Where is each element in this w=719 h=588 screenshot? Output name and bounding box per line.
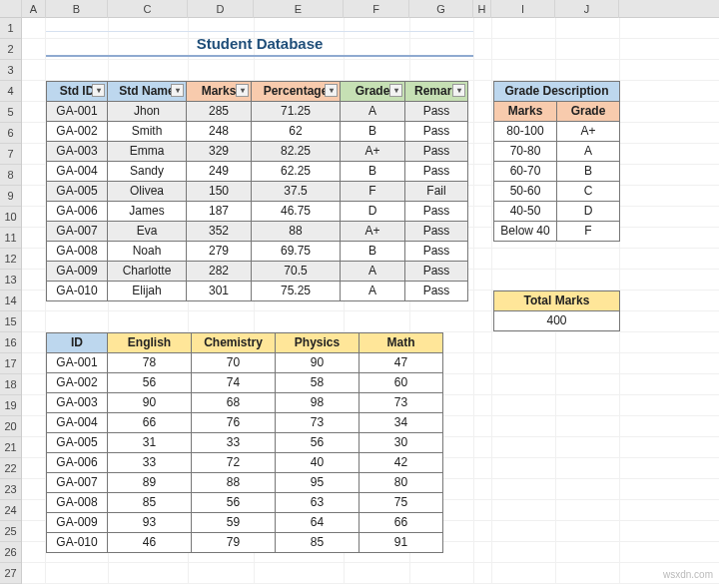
cell[interactable]: 79	[192, 533, 276, 553]
filter-icon[interactable]: ▾	[389, 84, 402, 97]
cell[interactable]: 74	[192, 373, 276, 393]
table-row[interactable]: GA-00466767334	[47, 413, 443, 433]
row-header[interactable]: 26	[0, 542, 21, 563]
cell[interactable]: 248	[187, 122, 252, 142]
cell[interactable]: Below 40	[494, 222, 557, 242]
cell[interactable]: 31	[108, 433, 192, 453]
cell[interactable]: 285	[187, 102, 252, 122]
cell[interactable]: 66	[360, 513, 443, 533]
cell[interactable]: 40-50	[494, 202, 557, 222]
cell[interactable]: 70-80	[494, 142, 557, 162]
table-row[interactable]: 50-60C	[494, 182, 620, 202]
cell[interactable]: 70	[192, 353, 276, 373]
col-header-C[interactable]: C	[108, 0, 188, 18]
cell[interactable]: 56	[276, 433, 360, 453]
cell[interactable]: 80-100	[494, 122, 557, 142]
col-header-I[interactable]: I	[491, 0, 555, 18]
cell[interactable]: A	[341, 102, 405, 122]
cell[interactable]: 301	[187, 282, 252, 301]
cell[interactable]: Pass	[405, 162, 468, 182]
cell[interactable]: 329	[187, 142, 252, 162]
row-header[interactable]: 3	[0, 60, 21, 81]
cell[interactable]: 33	[192, 433, 276, 453]
cell[interactable]: 80	[360, 473, 443, 493]
cell[interactable]: 76	[192, 413, 276, 433]
row-header[interactable]: 13	[0, 270, 21, 291]
cell[interactable]: B	[341, 242, 405, 262]
cell[interactable]: GA-007	[47, 473, 108, 493]
row-header[interactable]: 22	[0, 458, 21, 479]
cell[interactable]: GA-010	[47, 533, 108, 553]
cell[interactable]: Olivea	[108, 182, 187, 202]
cell[interactable]: Pass	[405, 102, 468, 122]
row-header[interactable]: 9	[0, 186, 21, 207]
row-header[interactable]: 23	[0, 479, 21, 500]
table-row[interactable]: 70-80A	[494, 142, 620, 162]
cell[interactable]: 249	[187, 162, 252, 182]
cell[interactable]: Smith	[108, 122, 187, 142]
col-std-name[interactable]: Std Name▾	[108, 82, 187, 102]
cell[interactable]: A+	[341, 222, 405, 242]
cell[interactable]: 47	[360, 353, 443, 373]
col-header-D[interactable]: D	[188, 0, 254, 18]
cell[interactable]: 60-70	[494, 162, 557, 182]
table-row[interactable]: GA-003Emma32982.25A+Pass	[47, 142, 468, 162]
cell[interactable]: 85	[108, 493, 192, 513]
select-all-corner[interactable]	[0, 0, 22, 18]
cell[interactable]: GA-002	[47, 122, 108, 142]
table-row[interactable]: GA-005Olivea15037.5FFail	[47, 182, 468, 202]
row-header[interactable]: 27	[0, 563, 21, 584]
cell[interactable]: Pass	[405, 222, 468, 242]
row-header[interactable]: 4	[0, 81, 21, 102]
cell[interactable]: 62	[252, 122, 341, 142]
cell[interactable]: 282	[187, 262, 252, 282]
cell[interactable]: 30	[360, 433, 443, 453]
table-row[interactable]: GA-00633724042	[47, 453, 443, 473]
table-row[interactable]: GA-00390689873	[47, 393, 443, 413]
row-header[interactable]: 20	[0, 416, 21, 437]
cell[interactable]: Pass	[405, 282, 468, 301]
cell[interactable]: 73	[276, 413, 360, 433]
cell[interactable]: 89	[108, 473, 192, 493]
cell[interactable]: 75.25	[252, 282, 341, 301]
cell[interactable]: 37.5	[252, 182, 341, 202]
row-header[interactable]: 1	[0, 18, 21, 39]
filter-icon[interactable]: ▾	[171, 84, 184, 97]
cell[interactable]: 93	[108, 513, 192, 533]
row-header[interactable]: 6	[0, 123, 21, 144]
cell[interactable]: 71.25	[252, 102, 341, 122]
col-header-J[interactable]: J	[555, 0, 619, 18]
cell[interactable]: 279	[187, 242, 252, 262]
cell[interactable]: 90	[108, 393, 192, 413]
row-header[interactable]: 10	[0, 207, 21, 228]
cell[interactable]: 88	[252, 222, 341, 242]
col-grade[interactable]: Grade▾	[341, 82, 405, 102]
cell[interactable]: Charlotte	[108, 262, 187, 282]
row-header[interactable]: 24	[0, 500, 21, 521]
cell[interactable]: 88	[192, 473, 276, 493]
cell[interactable]: A+	[341, 142, 405, 162]
cell[interactable]: Pass	[405, 142, 468, 162]
cell[interactable]: 187	[187, 202, 252, 222]
filter-icon[interactable]: ▾	[452, 84, 465, 97]
row-header[interactable]: 19	[0, 395, 21, 416]
filter-icon[interactable]: ▾	[92, 84, 105, 97]
table-row[interactable]: GA-010Elijah30175.25APass	[47, 282, 468, 301]
cell[interactable]: 34	[360, 413, 443, 433]
table-row[interactable]: GA-00993596466	[47, 513, 443, 533]
cell[interactable]: 42	[360, 453, 443, 473]
cell[interactable]: 68	[192, 393, 276, 413]
cell[interactable]: F	[341, 182, 405, 202]
cell[interactable]: GA-005	[47, 433, 108, 453]
cell[interactable]: Elijah	[108, 282, 187, 301]
table-row[interactable]: 60-70B	[494, 162, 620, 182]
cell[interactable]: 72	[192, 453, 276, 473]
cell[interactable]: 59	[192, 513, 276, 533]
cell[interactable]: GA-004	[47, 162, 108, 182]
cell[interactable]: C	[557, 182, 620, 202]
table-row[interactable]: 80-100A+	[494, 122, 620, 142]
cell[interactable]: 98	[276, 393, 360, 413]
cell[interactable]: D	[341, 202, 405, 222]
total-marks-value[interactable]: 400	[494, 311, 620, 331]
cell[interactable]: B	[341, 122, 405, 142]
